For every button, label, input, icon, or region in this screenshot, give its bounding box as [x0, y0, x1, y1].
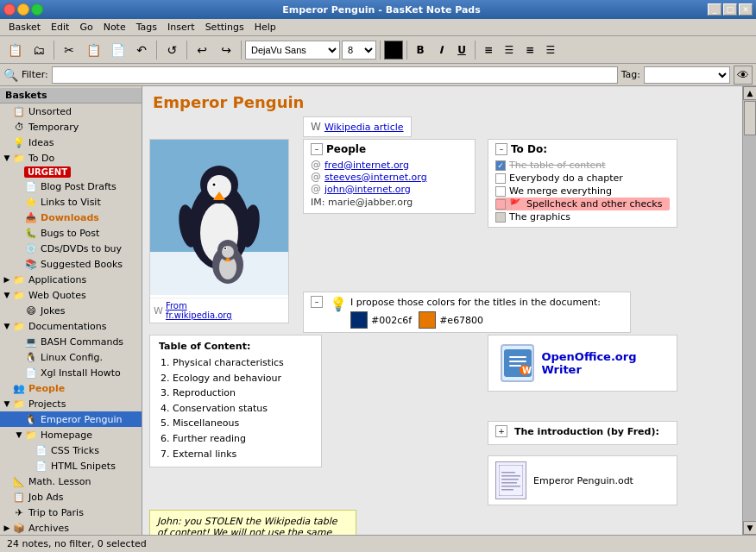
new-basket-button[interactable]: 📋 [3, 39, 26, 61]
copy-button[interactable]: 📋 [82, 39, 104, 61]
wiki-from-link-line1[interactable]: From [166, 301, 232, 310]
im-row: IM: marie@jabber.org [311, 195, 468, 210]
todo-label-1: The table of content [509, 160, 606, 171]
undo-button[interactable]: ↶ [130, 39, 153, 61]
font-selector[interactable]: DejaVu Sans [245, 41, 340, 60]
sidebar-item-cds[interactable]: 💿 CDs/DVDs to buy [0, 241, 142, 256]
sidebar-item-archives[interactable]: ▶ 📦 Archives [0, 520, 142, 535]
sidebar-item-temporary[interactable]: ⏱ Temporary [0, 119, 142, 135]
basket-icon: 💻 [24, 335, 38, 348]
filter-input[interactable] [52, 66, 618, 84]
sidebar-item-ideas[interactable]: 💡 Ideas [0, 135, 142, 150]
find-button[interactable]: 👁 [734, 66, 753, 85]
sidebar-label: People [28, 383, 65, 394]
menu-insert[interactable]: Insert [162, 20, 200, 34]
sidebar-item-people[interactable]: 👥 People [0, 380, 142, 396]
sidebar-item-docs[interactable]: ▼ 📁 Documentations [0, 318, 142, 334]
svg-rect-20 [509, 361, 526, 362]
scroll-up-button[interactable]: ▲ [743, 86, 756, 100]
wikipedia-link[interactable]: Wikipedia article [324, 122, 404, 133]
sidebar-item-css[interactable]: 📄 CSS Tricks [0, 442, 142, 458]
sidebar-item-downloads[interactable]: 📥 Downloads [0, 210, 142, 225]
sidebar-item-math[interactable]: 📐 Math. Lesson [0, 474, 142, 489]
color-picker[interactable] [384, 41, 403, 60]
todo-checkbox-3[interactable] [495, 186, 506, 197]
expand-icon [14, 228, 24, 238]
todo-checkbox-1[interactable]: ✓ [495, 160, 506, 171]
scroll-track[interactable] [743, 100, 756, 521]
color-label-2: #e67800 [439, 315, 483, 326]
collapse-intro-button[interactable]: + [495, 425, 507, 437]
oo-link[interactable]: OpenOffice.org Writer [541, 350, 665, 376]
sidebar-item-bugs[interactable]: 🐛 Bugs to Post [0, 225, 142, 241]
menu-help[interactable]: Help [249, 20, 281, 34]
scroll-thumb[interactable] [744, 101, 756, 135]
sidebar-item-projects[interactable]: ▼ 📁 Projects [0, 396, 142, 411]
scroll-down-button[interactable]: ▼ [743, 521, 756, 535]
paste-button[interactable]: 📄 [106, 39, 129, 61]
sidebar-item-job-ads[interactable]: 📋 Job Ads [0, 489, 142, 505]
email-link-1[interactable]: fred@internet.org [324, 160, 409, 171]
refresh-button[interactable]: ↺ [161, 39, 183, 61]
sidebar-item-webquotes[interactable]: ▼ 📁 Web Quotes [0, 287, 142, 303]
todo-checkbox-2[interactable] [495, 173, 506, 184]
menu-note[interactable]: Note [98, 20, 131, 34]
sidebar-item-bash[interactable]: 💻 BASH Commands [0, 334, 142, 349]
highlight-icon: 🚩 [509, 198, 521, 210]
sidebar-item-xgl[interactable]: 📄 Xgl Install Howto [0, 365, 142, 380]
status-bar: 24 notes, no filter, 0 selected [0, 535, 756, 552]
colors-content: I propose those colors for the titles in… [350, 296, 601, 329]
italic-button[interactable]: I [432, 41, 450, 60]
filter-label: Filter: [22, 69, 48, 80]
wiki-from-link-line2[interactable]: fr.wikipedia.org [166, 310, 232, 320]
sidebar-item-homepage[interactable]: ▼ 📁 Homepage [0, 427, 142, 442]
filter-bar: 🔍 Filter: Tag: 👁 [0, 64, 756, 86]
open-button[interactable]: 🗂 [28, 39, 50, 61]
menu-settings[interactable]: Settings [200, 20, 249, 34]
collapse-colors-button[interactable]: – [311, 296, 323, 308]
email-link-2[interactable]: steeves@internet.org [324, 172, 427, 183]
align-center-button[interactable]: ☰ [500, 41, 519, 60]
sidebar-item-books[interactable]: 📚 Suggested Books [0, 256, 142, 272]
bold-button[interactable]: B [411, 41, 430, 60]
sidebar-item-links[interactable]: ⭐ Links to Visit [0, 194, 142, 210]
close-button[interactable]: ✕ [739, 3, 753, 16]
sidebar-item-blog-post-drafts[interactable]: 📄 Blog Post Drafts [0, 179, 142, 194]
align-justify-button[interactable]: ☰ [541, 41, 560, 60]
sidebar-item-linux[interactable]: 🐧 Linux Config. [0, 349, 142, 365]
menu-tags[interactable]: Tags [131, 20, 162, 34]
size-selector[interactable]: 8 [342, 41, 376, 60]
maximize-button[interactable]: □ [723, 3, 737, 16]
sidebar-item-urgent[interactable]: URGENT [0, 166, 142, 179]
filter-toggle-icon[interactable]: 🔍 [3, 68, 18, 82]
align-right-button[interactable]: ≡ [520, 41, 539, 60]
minimize-button[interactable]: _ [708, 3, 721, 16]
tag-selector[interactable] [644, 66, 730, 84]
menu-edit[interactable]: Edit [46, 20, 74, 34]
sidebar-item-todo[interactable]: ▼ 📁 To Do [0, 150, 142, 166]
collapse-todo-button[interactable]: – [495, 143, 507, 155]
sidebar-item-applications[interactable]: ▶ 📁 Applications [0, 272, 142, 287]
wiki-from-note: W From fr.wikipedia.org [150, 298, 288, 323]
align-left-button[interactable]: ≡ [479, 41, 498, 60]
sidebar-item-jokes[interactable]: 😄 Jokes [0, 303, 142, 318]
toc-item-6: Further reading [173, 431, 312, 447]
basket-icon: 📄 [35, 443, 48, 457]
todo-checkbox-4[interactable] [495, 199, 506, 210]
cut-button[interactable]: ✂ [58, 39, 80, 61]
sidebar-item-emperor-penguin[interactable]: 🐧 Emperor Penguin [0, 411, 142, 427]
todo-checkbox-5[interactable] [495, 212, 506, 223]
redo-button[interactable]: ↪ [215, 39, 237, 61]
menu-basket[interactable]: Basket [3, 20, 46, 34]
toolbar-separator-7 [475, 41, 476, 60]
underline-button[interactable]: U [452, 41, 471, 60]
basket-icon: 🐛 [24, 226, 38, 240]
svg-rect-24 [499, 465, 523, 496]
collapse-people-button[interactable]: – [311, 143, 323, 155]
sidebar-item-trip[interactable]: ✈ Trip to Paris [0, 505, 142, 520]
sidebar-item-html[interactable]: 📄 HTML Snipets [0, 458, 142, 474]
email-link-3[interactable]: john@internet.org [324, 184, 411, 195]
undo2-button[interactable]: ↩ [191, 39, 213, 61]
menu-go[interactable]: Go [74, 20, 98, 34]
sidebar-item-unsorted[interactable]: 📋 Unsorted [0, 104, 142, 119]
